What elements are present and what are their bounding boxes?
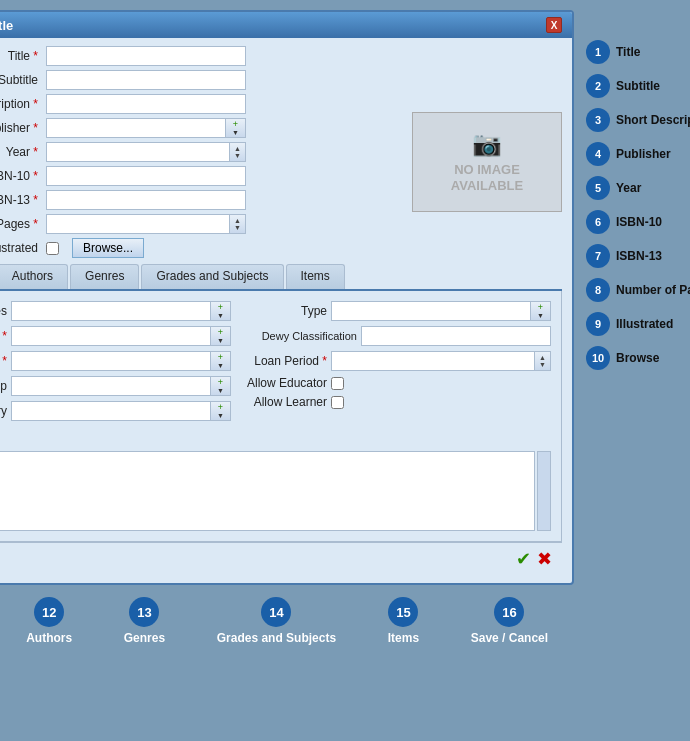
type-combo-btn[interactable]: + ▼ [531,301,551,321]
right-fields: Type + ▼ [247,301,551,426]
genre-input[interactable] [11,326,211,346]
subtitle-input[interactable] [46,70,246,90]
genre-row: Genre * + ▼ [0,326,231,346]
callout-label-4: Publisher [616,147,671,161]
title-input[interactable] [46,46,246,66]
callout-9: 9 Illustrated [586,312,690,336]
annotation-label-12: Authors [26,631,72,645]
callout-10: 10 Browse [586,346,690,370]
year-input[interactable] [46,142,230,162]
annotation-12: 12 Authors [26,597,72,645]
close-button[interactable]: X [546,17,562,33]
callout-8: 8 Number of Pages [586,278,690,302]
annotation-bubble-15: 15 [388,597,418,627]
annotation-bubble-14: 14 [261,597,291,627]
callout-3: 3 Short Description [586,108,690,132]
annotation-label-13: Genres [124,631,165,645]
annotation-bubble-12: 12 [34,597,64,627]
category-combo-btn[interactable]: + ▼ [211,401,231,421]
year-spinner[interactable]: ▲ ▼ [230,142,246,162]
group-combo-btn[interactable]: + ▼ [211,376,231,396]
allow-learner-row: Allow Learner [247,395,551,409]
dewy-row: Dewy Classification [247,326,551,346]
short-desc-input[interactable] [46,94,246,114]
publisher-input[interactable] [46,118,226,138]
language-input[interactable] [11,351,211,371]
callout-bubble-5: 5 [586,176,610,200]
type-label: Type [247,304,327,318]
callout-bubble-1: 1 [586,40,610,64]
illustrated-label: Illustrated [0,241,46,255]
num-pages-row: Number of Pages * ▲ ▼ [0,214,562,234]
isbn10-input[interactable] [46,166,246,186]
callout-7: 7 ISBN-13 [586,244,690,268]
no-image-text: NO IMAGE AVAILABLE [451,162,523,193]
group-label: Group [0,379,7,393]
type-input[interactable] [331,301,531,321]
tabs-bar: General Authors Genres Grades and Subjec… [0,264,562,291]
category-row: Category + ▼ [0,401,231,421]
annotation-15: 15 Items [388,597,419,645]
loan-period-input[interactable] [331,351,535,371]
callout-label-1: Title [616,45,640,59]
genre-combo-btn[interactable]: + ▼ [211,326,231,346]
type-row: Type + ▼ [247,301,551,321]
action-bar: ✔ ✖ [0,542,562,575]
dewy-label: Dewy Classification [247,330,357,342]
num-pages-spinner[interactable]: ▲ ▼ [230,214,246,234]
subtitle-row: Subtitle [0,70,562,90]
title-row: Title * [0,46,562,66]
series-row: Series + ▼ [0,301,231,321]
abstract-section: Abstract [0,434,551,531]
save-button[interactable]: ✔ [516,548,531,570]
category-input[interactable] [11,401,211,421]
dialog-body: 📷 NO IMAGE AVAILABLE Title * [0,38,572,583]
annotation-label-15: Items [388,631,419,645]
loan-period-label: Loan Period * [247,354,327,368]
loan-period-spinner[interactable]: ▲ ▼ [535,351,551,371]
tab-genres[interactable]: Genres [70,264,139,289]
dialog-titlebar: New Media Title X [0,12,572,38]
abstract-textarea[interactable] [0,451,535,531]
callout-bubble-6: 6 [586,210,610,234]
annotation-13: 13 Genres [124,597,165,645]
group-input[interactable] [11,376,211,396]
isbn13-input[interactable] [46,190,246,210]
tab-authors[interactable]: Authors [0,264,68,289]
isbn13-label: ISBN-13 * [0,193,46,207]
allow-educator-checkbox[interactable] [331,377,344,390]
browse-button[interactable]: Browse... [72,238,144,258]
annotation-14: 14 Grades and Subjects [217,597,336,645]
isbn10-label: ISBN-10 * [0,169,46,183]
series-combo-btn[interactable]: + ▼ [211,301,231,321]
allow-educator-label: Allow Educator [247,376,327,390]
dewy-input[interactable] [361,326,551,346]
tab-grades-subjects[interactable]: Grades and Subjects [141,264,283,289]
callout-bubble-7: 7 [586,244,610,268]
illustrated-checkbox[interactable] [46,242,59,255]
callout-bubble-9: 9 [586,312,610,336]
language-row: Language * + ▼ [0,351,231,371]
callout-label-9: Illustrated [616,317,673,331]
callout-bubble-8: 8 [586,278,610,302]
callout-bubble-4: 4 [586,142,610,166]
annotation-bubble-16: 16 [494,597,524,627]
abstract-area [0,451,551,531]
tab-items[interactable]: Items [286,264,345,289]
illustrated-row: Illustrated Browse... [0,238,562,258]
callout-4: 4 Publisher [586,142,690,166]
annotation-bubble-13: 13 [129,597,159,627]
allow-learner-checkbox[interactable] [331,396,344,409]
new-media-dialog: New Media Title X 📷 NO IMAGE AVAILABLE T… [0,10,574,585]
callout-label-10: Browse [616,351,659,365]
series-input[interactable] [11,301,211,321]
num-pages-input[interactable] [46,214,230,234]
language-combo-btn[interactable]: + ▼ [211,351,231,371]
publisher-combo-btn[interactable]: + ▼ [226,118,246,138]
camera-icon: 📷 [472,130,502,158]
callout-5: 5 Year [586,176,690,200]
publisher-label: Publisher * [0,121,46,135]
right-callouts-panel: 1 Title 2 Subtitle 3 Short Description 4… [586,10,690,380]
cancel-button[interactable]: ✖ [537,548,552,570]
abstract-scrollbar[interactable] [537,451,551,531]
